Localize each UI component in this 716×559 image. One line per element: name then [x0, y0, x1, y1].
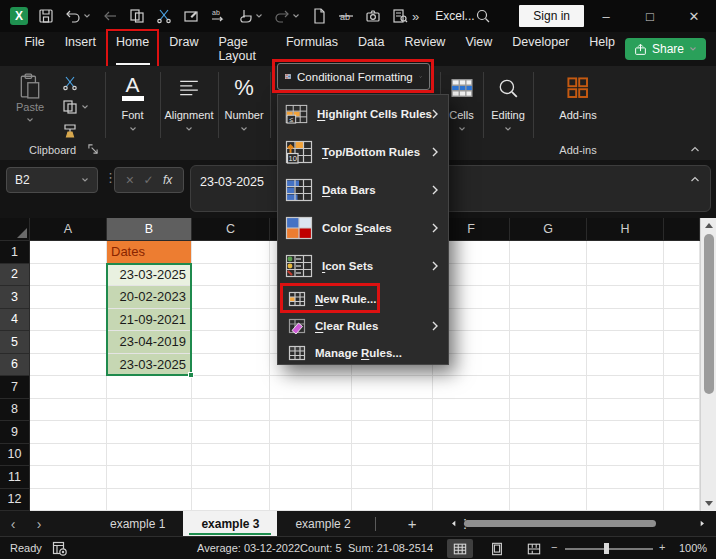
cell-b12[interactable] [107, 489, 192, 512]
cell-e12[interactable] [352, 489, 433, 512]
cell-b4[interactable]: 21-09-2021 [107, 309, 192, 332]
new-file-button[interactable] [311, 8, 327, 24]
cell-d9[interactable] [270, 421, 352, 444]
select-all-button[interactable] [0, 218, 30, 241]
cancel-icon[interactable]: × [126, 172, 134, 188]
view-page-break-button[interactable] [521, 539, 547, 558]
cell-partial[interactable] [664, 376, 700, 399]
cell-g5[interactable] [510, 331, 587, 354]
zoom-level[interactable]: 100% [679, 542, 707, 554]
maximize-button[interactable]: □ [628, 0, 672, 32]
cell-d11[interactable] [270, 466, 352, 489]
paste-button[interactable]: Paste [8, 73, 52, 124]
next-sheet-button[interactable]: › [26, 516, 52, 532]
cell-f11[interactable] [433, 466, 510, 489]
cell-e11[interactable] [352, 466, 433, 489]
cell-g10[interactable] [510, 444, 587, 467]
zoom-in-button[interactable]: + [659, 541, 665, 553]
close-button[interactable]: ✕ [672, 0, 716, 32]
row-header-8[interactable]: 8 [0, 399, 30, 422]
cell-h11[interactable] [587, 466, 664, 489]
cell-e8[interactable] [352, 399, 433, 422]
cell-e9[interactable] [352, 421, 433, 444]
cell-h2[interactable] [587, 264, 664, 287]
cell-partial[interactable] [664, 466, 700, 489]
cell-a8[interactable] [30, 399, 107, 422]
cell-c1[interactable] [192, 241, 270, 264]
column-header-partial[interactable] [664, 218, 700, 241]
cell-a9[interactable] [30, 421, 107, 444]
cell-h7[interactable] [587, 376, 664, 399]
cell-h1[interactable] [587, 241, 664, 264]
cell-c7[interactable] [192, 376, 270, 399]
row-header-11[interactable]: 11 [0, 466, 30, 489]
cut-button[interactable] [156, 8, 172, 24]
cell-c10[interactable] [192, 444, 270, 467]
sheet-tab-example-1[interactable]: example 1 [92, 511, 183, 536]
cell-f10[interactable] [433, 444, 510, 467]
number-group-button[interactable]: % Number [218, 66, 270, 160]
more-commands-button[interactable]: » [412, 9, 419, 24]
menu-item-manage-rules[interactable]: Manage Rules... [278, 339, 448, 366]
cell-a3[interactable] [30, 286, 107, 309]
cell-a1[interactable] [30, 241, 107, 264]
search-icon[interactable] [475, 8, 491, 24]
zoom-slider[interactable] [565, 548, 653, 550]
tab-draw[interactable]: Draw [159, 29, 208, 69]
tab-file[interactable]: File [14, 29, 54, 69]
tab-developer[interactable]: Developer [502, 29, 579, 69]
cell-b8[interactable] [107, 399, 192, 422]
cell-partial[interactable] [664, 421, 700, 444]
cell-c12[interactable] [192, 489, 270, 512]
menu-item-data-bars[interactable]: Data Bars [278, 171, 448, 209]
cell-partial[interactable] [664, 264, 700, 287]
cell-a10[interactable] [30, 444, 107, 467]
cell-d10[interactable] [270, 444, 352, 467]
menu-item-icon-sets[interactable]: Icon Sets [278, 247, 448, 285]
menu-item-highlight-cells-rules[interactable]: ≤Highlight Cells Rules [278, 95, 448, 133]
cell-c9[interactable] [192, 421, 270, 444]
cell-b10[interactable] [107, 444, 192, 467]
editing-group-button[interactable]: Editing [483, 66, 533, 160]
prev-sheet-button[interactable]: ‹ [0, 516, 26, 532]
cell-e7[interactable] [352, 376, 433, 399]
cell-f9[interactable] [433, 421, 510, 444]
camera-button[interactable] [365, 8, 381, 24]
undo-button[interactable] [65, 8, 91, 24]
format-painter-button[interactable] [62, 123, 78, 139]
cell-d8[interactable] [270, 399, 352, 422]
cell-partial[interactable] [664, 399, 700, 422]
cell-partial[interactable] [664, 354, 700, 377]
vertical-scrollbar[interactable] [700, 218, 716, 511]
back-button[interactable] [102, 8, 118, 24]
row-header-10[interactable]: 10 [0, 444, 30, 467]
new-sheet-button[interactable]: + [408, 515, 417, 532]
sheet-tab-example-2[interactable]: example 2 [277, 511, 368, 536]
copy-button[interactable] [62, 99, 89, 115]
cell-a7[interactable] [30, 376, 107, 399]
cell-c11[interactable] [192, 466, 270, 489]
cell-g1[interactable] [510, 241, 587, 264]
cell-g7[interactable] [510, 376, 587, 399]
cell-b11[interactable] [107, 466, 192, 489]
cell-g9[interactable] [510, 421, 587, 444]
cell-b3[interactable]: 20-02-2023 [107, 286, 192, 309]
cell-b2[interactable]: 23-03-2025 [107, 264, 192, 287]
tab-insert[interactable]: Insert [55, 29, 106, 69]
menu-item-clear-rules[interactable]: Clear Rules [278, 312, 448, 339]
share-button[interactable]: Share [625, 38, 706, 60]
name-box[interactable]: B2 [6, 167, 98, 193]
addins-group[interactable]: Add-ins Add-ins [533, 66, 623, 160]
row-header-3[interactable]: 3 [0, 286, 30, 309]
menu-item-color-scales[interactable]: Color Scales [278, 209, 448, 247]
cell-h6[interactable] [587, 354, 664, 377]
paste-special-button[interactable] [129, 8, 145, 24]
cell-c4[interactable] [192, 309, 270, 332]
cell-a11[interactable] [30, 466, 107, 489]
save-button[interactable] [38, 8, 54, 24]
cell-c2[interactable] [192, 264, 270, 287]
cell-c5[interactable] [192, 331, 270, 354]
view-normal-button[interactable] [447, 539, 473, 558]
menu-item-top-bottom-rules[interactable]: 10Top/Bottom Rules [278, 133, 448, 171]
cell-h4[interactable] [587, 309, 664, 332]
